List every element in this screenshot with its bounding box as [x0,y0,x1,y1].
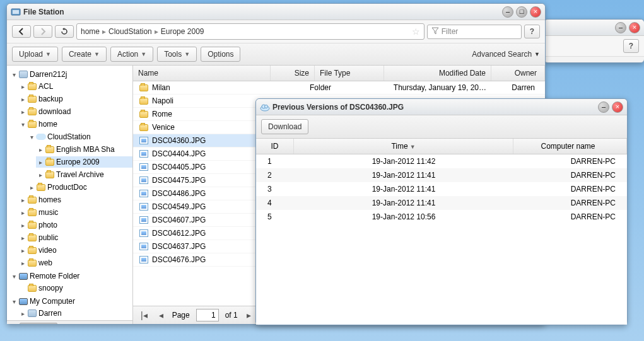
folder-icon [139,98,148,105]
tree-root[interactable]: ▾Darren212j [9,69,132,80]
tree-node[interactable]: ▸web [18,257,132,269]
tree-node[interactable]: ▸public [18,232,132,243]
tree-node[interactable]: ▸ProductDoc [27,182,132,193]
refresh-button[interactable] [55,25,74,38]
maximize-button[interactable]: □ [516,6,527,18]
folder-icon [28,209,37,216]
help-button[interactable]: ? [623,39,639,53]
col-size[interactable]: Size [271,66,315,81]
next-page-button[interactable]: ▸ [244,309,254,321]
folder-icon [28,260,37,267]
app-icon [11,7,21,17]
favorite-icon[interactable]: ☆ [412,26,420,37]
col-name[interactable]: Name [133,66,271,81]
tree-node[interactable]: ▸video [18,245,132,256]
first-page-button[interactable]: |◂ [138,309,150,321]
folder-icon [28,285,37,292]
tree-node[interactable]: ▸Europe 2009 [36,156,132,168]
filter-input[interactable]: Filter [427,25,522,39]
col-id[interactable]: ID [256,139,294,154]
col-filetype[interactable]: File Type [315,66,384,81]
tools-button[interactable]: Tools▼ [157,47,197,62]
tree-node[interactable]: ▸backup [18,93,132,105]
dialog-title: Previous Versions of DSC04360.JPG [272,103,598,112]
tree-root-remote[interactable]: ▾Remote Folder [9,270,132,282]
titlebar[interactable]: File Station – □ × [7,4,545,20]
tree-node[interactable]: ▸English MBA Sha [36,144,132,155]
chevron-down-icon: ▼ [534,51,540,57]
breadcrumb-seg[interactable]: Europe 2009 [161,27,204,36]
close-button[interactable]: × [629,22,640,33]
tree-node[interactable]: ▾home [18,118,132,130]
minimize-button[interactable]: – [598,101,609,113]
version-row[interactable]: 319-Jan-2012 11:41DARREN-PC [256,182,627,196]
action-button[interactable]: Action▼ [110,47,153,62]
page-input[interactable] [196,309,219,321]
back-button[interactable] [12,25,31,38]
download-button[interactable]: Download [261,119,308,134]
file-row[interactable]: MilanFolderThursday, January 19, 20…Darr… [133,81,545,95]
columns-header[interactable]: ID Time▼ Computer name [256,139,627,154]
minimize-button[interactable]: – [615,22,626,33]
tree-scrollbar[interactable] [7,320,132,324]
folder-icon [28,234,37,241]
image-file-icon [139,176,148,184]
prev-page-button[interactable]: ◂ [156,309,166,321]
version-row[interactable]: 519-Jan-2012 10:56DARREN-PC [256,210,627,224]
image-file-icon [139,216,148,224]
help-button[interactable]: ? [524,25,540,38]
monitor-icon [19,273,28,280]
columns-header[interactable]: Name Size File Type Modified Date Owner [133,66,545,81]
nav-toolbar: home ▸ CloudStation ▸ Europe 2009 ☆ Filt… [7,20,545,43]
dropdown-icon: ▼ [141,51,146,57]
tree-root-computer[interactable]: ▾My Computer [9,296,132,307]
forward-button[interactable] [33,25,52,38]
col-computer[interactable]: Computer name [513,139,627,154]
version-row[interactable]: 119-Jan-2012 11:42DARREN-PC [256,154,627,168]
svg-rect-1 [13,10,19,14]
folder-icon [45,171,54,178]
close-button[interactable]: × [612,101,623,113]
sort-desc-icon: ▼ [410,144,416,150]
version-row[interactable]: 219-Jan-2012 11:41DARREN-PC [256,168,627,182]
tree-node[interactable]: ▸music [18,207,132,218]
cloud-icon [36,134,46,140]
col-modified[interactable]: Modified Date [384,66,491,81]
minimize-button[interactable]: – [502,6,513,18]
tree-node[interactable]: ▸download [18,106,132,117]
options-button[interactable]: Options [201,47,240,62]
advanced-search-link[interactable]: Advanced Search ▼ [472,50,540,59]
filter-icon [431,27,439,37]
version-row[interactable]: 419-Jan-2012 11:41DARREN-PC [256,196,627,210]
versions-list: 119-Jan-2012 11:42DARREN-PC219-Jan-2012 … [256,154,627,325]
tree-node[interactable]: snoopy [18,282,132,294]
tree-node[interactable]: ▸photo [18,219,132,231]
tree-node[interactable]: ▸ACL [18,81,132,92]
previous-versions-dialog: Previous Versions of DSC04360.JPG – × Do… [255,98,628,325]
tree-node[interactable]: ▸homes [18,194,132,205]
breadcrumb[interactable]: home ▸ CloudStation ▸ Europe 2009 ☆ [76,23,424,40]
folder-icon [37,184,45,191]
titlebar[interactable]: Previous Versions of DSC04360.JPG – × [256,99,627,115]
tree-node[interactable]: ▾CloudStation [27,131,132,142]
upload-button[interactable]: Upload▼ [12,47,58,62]
col-time[interactable]: Time▼ [294,139,513,154]
dropdown-icon: ▼ [184,51,190,57]
folder-tree[interactable]: ▾Darren212j ▸ACL▸backup▸download▾home▾Cl… [7,66,133,324]
breadcrumb-seg[interactable]: CloudStation [108,27,152,36]
page-of: of 1 [225,311,238,320]
window-title: File Station [23,8,502,16]
image-file-icon [139,256,148,263]
action-toolbar: Upload▼ Create▼ Action▼ Tools▼ Options A… [7,43,545,66]
tree-node[interactable]: ▸Darren [18,308,132,319]
folder-icon [28,96,37,103]
dropdown-icon: ▼ [45,51,51,57]
breadcrumb-seg[interactable]: home [81,27,100,36]
close-button[interactable]: × [530,6,541,18]
image-file-icon [139,137,148,144]
folder-icon [28,197,37,204]
create-button[interactable]: Create▼ [62,47,107,62]
tree-node[interactable]: ▸Travel Archive [36,169,132,180]
col-owner[interactable]: Owner [491,66,545,81]
folder-icon [28,83,37,90]
